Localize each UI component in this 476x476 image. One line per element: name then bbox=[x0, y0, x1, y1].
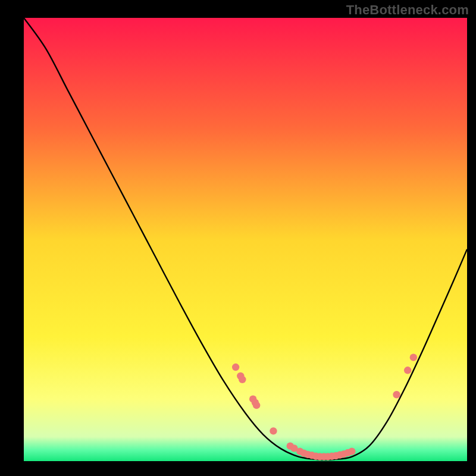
data-dot bbox=[270, 427, 277, 434]
data-dot bbox=[410, 353, 417, 361]
chart-frame: { "watermark": "TheBottleneck.com", "cha… bbox=[0, 0, 476, 476]
bottleneck-curve-chart bbox=[0, 0, 476, 476]
data-dot bbox=[393, 391, 400, 398]
data-dot bbox=[239, 376, 246, 383]
data-dot bbox=[232, 364, 239, 371]
data-dot bbox=[253, 402, 260, 409]
data-dot bbox=[404, 367, 411, 374]
data-dot bbox=[348, 447, 355, 455]
plot-background bbox=[24, 18, 467, 461]
